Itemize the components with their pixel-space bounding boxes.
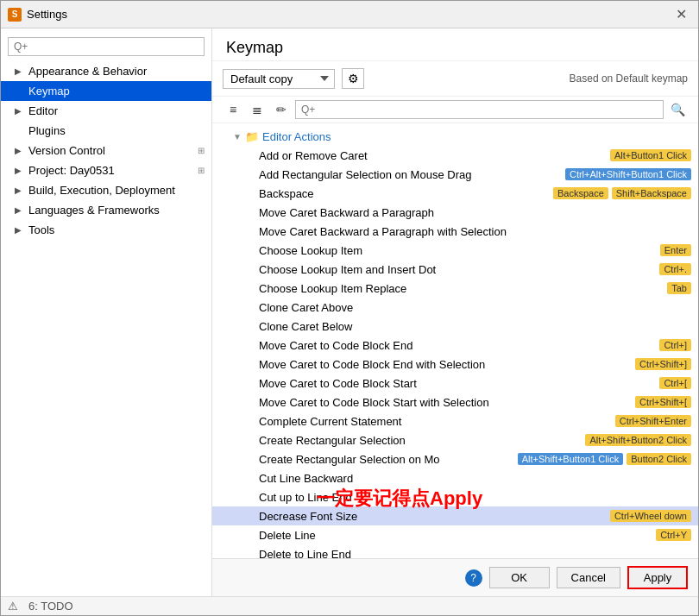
tree-item-label: Complete Current Statement xyxy=(259,415,615,428)
find-button[interactable]: 🔍 xyxy=(667,100,688,119)
tree-row[interactable]: Decrease Font Size Ctrl+Wheel down xyxy=(212,506,698,525)
sidebar-item-languages[interactable]: ▶ Languages & Frameworks xyxy=(1,200,211,220)
status-bar: ⚠ 6: TODO xyxy=(1,596,698,615)
tree-row[interactable]: Cut up to Line End 一定要记得点Apply xyxy=(212,487,698,506)
shortcut-tags: Backspace Shift+Backspace xyxy=(553,187,691,199)
tree-row[interactable]: Choose Lookup Item Replace Tab xyxy=(212,279,698,298)
tree-row[interactable]: Create Rectangular Selection on Mo Alt+S… xyxy=(212,449,698,468)
settings-window: S Settings ✕ ▶ Appearance & Behavior Key… xyxy=(0,0,699,616)
app-icon: S xyxy=(8,8,22,22)
shortcut-tag: Ctrl+[ xyxy=(659,377,691,389)
tree-item-label: Backspace xyxy=(259,187,553,200)
status-todo: 6: TODO xyxy=(28,600,73,613)
sidebar-item-label: Languages & Frameworks xyxy=(28,204,205,217)
tree-row[interactable]: Create Rectangular Selection Alt+Shift+B… xyxy=(212,431,698,449)
shortcut-tag: Backspace xyxy=(553,187,608,199)
edit-button[interactable]: ✏ xyxy=(271,100,292,119)
shortcut-tag: Ctrl+Shift+[ xyxy=(635,396,691,408)
shortcut-tags: Ctrl+[ xyxy=(659,377,691,389)
sidebar-item-project[interactable]: ▶ Project: Day0531 ⊞ xyxy=(1,160,211,180)
shortcut-tag: Ctrl+Shift+Enter xyxy=(615,415,691,427)
tree-row[interactable]: Cut Line Backward xyxy=(212,468,698,487)
shortcut-tags: Ctrl+] xyxy=(659,339,691,351)
sidebar-item-version-control[interactable]: ▶ Version Control ⊞ xyxy=(1,141,211,160)
cancel-button[interactable]: Cancel xyxy=(557,567,620,588)
tree-item-label: Choose Lookup Item xyxy=(259,244,660,257)
sidebar-item-build[interactable]: ▶ Build, Execution, Deployment xyxy=(1,180,211,200)
sidebar-item-tools[interactable]: ▶ Tools xyxy=(1,220,211,240)
status-warning-icon: ⚠ xyxy=(8,600,18,613)
tree-row[interactable]: Delete to Line End xyxy=(212,544,698,558)
keymap-select[interactable]: Default copy xyxy=(223,69,335,89)
tree-row[interactable]: Clone Caret Below xyxy=(212,317,698,336)
shortcut-tag: Ctrl+] xyxy=(659,339,691,351)
tree-item-label: Editor Actions xyxy=(262,130,691,143)
sidebar-item-label: Editor xyxy=(28,104,205,117)
tree-row[interactable]: Move Caret Backward a Paragraph xyxy=(212,203,698,222)
tree-item-label: Move Caret to Code Block End with Select… xyxy=(259,358,635,371)
ok-button[interactable]: OK xyxy=(489,567,550,588)
arrow-icon: ▶ xyxy=(15,66,25,76)
tree-item-label: Add Rectangular Selection on Mouse Drag xyxy=(259,168,565,181)
sidebar-search-input[interactable] xyxy=(8,37,205,56)
arrow-icon: ▶ xyxy=(15,106,25,116)
sidebar-item-keymap[interactable]: Keymap xyxy=(1,81,211,101)
tree-row[interactable]: Add Rectangular Selection on Mouse Drag … xyxy=(212,165,698,184)
shortcut-tags: Alt+Shift+Button2 Click xyxy=(585,434,691,446)
tree-row[interactable]: Clone Caret Above xyxy=(212,298,698,317)
expand-arrow-icon: ▼ xyxy=(233,132,245,141)
tree-item-label: Move Caret Backward a Paragraph with Sel… xyxy=(259,225,691,238)
shortcut-tags: Ctrl+Shift+] xyxy=(635,358,691,370)
tree-row[interactable]: Move Caret to Code Block Start with Sele… xyxy=(212,393,698,412)
apply-button[interactable]: Apply xyxy=(627,566,688,589)
tree-item-label: Decrease Font Size xyxy=(259,510,610,523)
expand-all-button[interactable]: ≡ xyxy=(223,100,243,119)
tree-row[interactable]: Complete Current Statement Ctrl+Shift+En… xyxy=(212,412,698,431)
tree-row[interactable]: Move Caret to Code Block Start Ctrl+[ xyxy=(212,374,698,393)
tree-item-label: Move Caret to Code Block Start with Sele… xyxy=(259,396,635,409)
tree-row[interactable]: Move Caret to Code Block End with Select… xyxy=(212,355,698,374)
page-title: Keymap xyxy=(212,28,698,61)
shortcut-tag: Shift+Backspace xyxy=(612,187,691,199)
tree-row[interactable]: Delete Line Ctrl+Y xyxy=(212,525,698,544)
main-panel: Keymap Default copy ⚙ Based on Default k… xyxy=(212,28,698,596)
search-area xyxy=(295,100,664,119)
tree-item-label: Cut Line Backward xyxy=(259,472,691,485)
tree-row[interactable]: Choose Lookup Item and Insert Dot Ctrl+. xyxy=(212,260,698,279)
tree-item-label: Choose Lookup Item and Insert Dot xyxy=(259,263,659,276)
bottom-left: ? xyxy=(465,569,482,587)
shortcut-tag: Ctrl+Alt+Shift+Button1 Click xyxy=(565,168,691,180)
tree-item-label: Clone Caret Above xyxy=(259,301,691,314)
shortcut-tags: Ctrl+. xyxy=(659,263,691,275)
tree-row[interactable]: Move Caret to Code Block End Ctrl+] xyxy=(212,336,698,355)
close-button[interactable]: ✕ xyxy=(671,4,691,25)
tree-item-label: Create Rectangular Selection on Mo xyxy=(259,453,518,466)
sidebar-item-label: Appearance & Behavior xyxy=(28,65,205,78)
toolbar: ≡ ≣ ✏ 🔍 xyxy=(212,97,698,123)
collapse-all-button[interactable]: ≣ xyxy=(247,100,268,119)
shortcut-tags: Alt+Button1 Click xyxy=(610,149,691,161)
tree-item-label: Move Caret to Code Block End xyxy=(259,339,659,352)
shortcut-tag: Alt+Button1 Click xyxy=(610,149,691,161)
tree-container[interactable]: ▼ 📁 Editor Actions Add or Remove Caret A… xyxy=(212,123,698,558)
sidebar: ▶ Appearance & Behavior Keymap ▶ Editor … xyxy=(1,28,212,596)
tree-row[interactable]: ▼ 📁 Editor Actions xyxy=(212,127,698,146)
help-button[interactable]: ? xyxy=(465,569,482,587)
gear-button[interactable]: ⚙ xyxy=(342,68,364,89)
tree-row[interactable]: Add or Remove Caret Alt+Button1 Click xyxy=(212,146,698,165)
folder-icon: 📁 xyxy=(245,130,259,143)
sidebar-item-appearance[interactable]: ▶ Appearance & Behavior xyxy=(1,61,211,81)
tree-row[interactable]: Backspace Backspace Shift+Backspace xyxy=(212,184,698,203)
sidebar-item-label: Keymap xyxy=(28,85,205,97)
tree-search-input[interactable] xyxy=(295,100,664,119)
keymap-controls: Default copy ⚙ Based on Default keymap xyxy=(212,61,698,97)
tree-row[interactable]: Move Caret Backward a Paragraph with Sel… xyxy=(212,222,698,241)
sidebar-item-plugins[interactable]: Plugins xyxy=(1,121,211,141)
shortcut-tags: Tab xyxy=(667,282,691,294)
shortcut-tag: Alt+Shift+Button2 Click xyxy=(585,434,691,446)
badge-icon: ⊞ xyxy=(198,166,205,175)
sidebar-item-editor[interactable]: ▶ Editor xyxy=(1,101,211,121)
tree-row[interactable]: Choose Lookup Item Enter xyxy=(212,241,698,260)
shortcut-tags: Ctrl+Wheel down xyxy=(610,510,691,522)
arrow-icon: ▶ xyxy=(15,225,25,235)
